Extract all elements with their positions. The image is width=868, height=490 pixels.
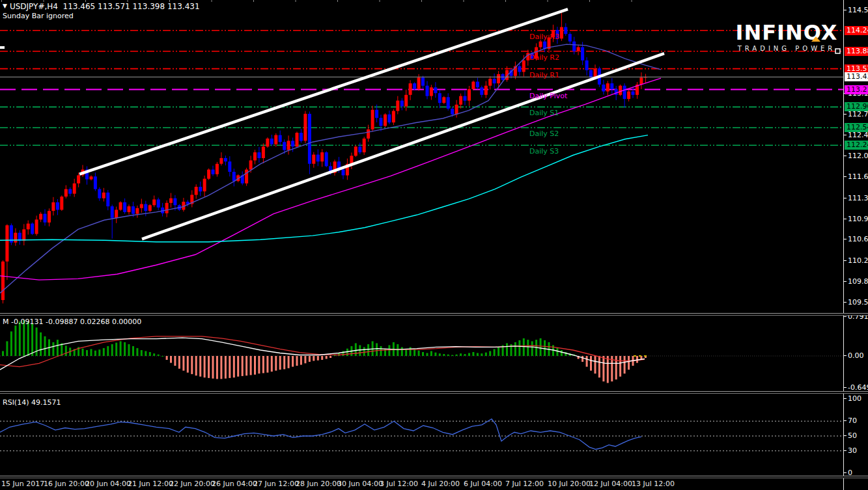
time-label: 12 Jul 04:00 [589,480,632,488]
price-tick: 114.590 [844,6,868,15]
infinox-logo: INFINOX TRADING POWER [735,22,839,52]
line-anchor-marker [0,46,5,49]
price-tick: 111.690 [844,172,868,182]
time-label: 30 Jun 04:00 [337,480,383,488]
sunday-bar-note: Sunday Bar ignored [3,12,74,20]
panel-separator-time[interactable] [0,476,868,478]
time-label: 28 Jun 20:00 [296,480,341,488]
price-badge: 112.243 [845,141,868,150]
time-label: 15 Jun 2017 [1,480,44,488]
time-label: 13 Jul 12:00 [632,480,675,488]
time-label: 20 Jun 04:00 [85,480,131,488]
panel-separator-rsi[interactable] [0,391,868,394]
rsi-axis-tick: 50 [844,431,857,441]
time-label: 10 Jul 20:00 [548,480,591,488]
ohlc-close: 113.431 [167,2,200,11]
price-badge: 113.431 [845,72,868,81]
time-axis[interactable]: 15 Jun 201716 Jun 20:0020 Jun 04:0021 Ju… [0,478,843,490]
pivot-label-daily-r3: Daily R3 [529,33,559,41]
time-label: 7 Jul 12:00 [505,480,544,488]
pivot-label-daily-r2: Daily R2 [529,53,559,62]
price-tick: 110.960 [844,215,868,224]
time-label: 27 Jun 12:00 [253,480,299,488]
rsi-axis-tick: 100 [844,394,861,403]
symbol-period-label: USDJPY#,H4 [10,2,58,11]
ohlc-low: 113.398 [132,2,165,11]
rsi-readout: RSI(14) 49.1571 [3,398,61,407]
price-tick: 109.510 [844,298,868,307]
price-tick: 110.600 [844,235,868,244]
price-badge: 112.909 [845,102,868,111]
price-tick: 110.230 [844,256,868,265]
rsi-line [0,419,641,450]
pivot-label-daily-s2: Daily S2 [529,129,559,138]
logo-wordmark: INFINOX [735,22,839,43]
rsi-panel-canvas[interactable] [0,394,843,476]
chart-dropdown-icon[interactable]: ▼ [3,3,7,9]
pivot-label-daily-s3: Daily S3 [529,147,559,156]
logo-tagline: TRADING POWER [735,45,839,52]
price-axis[interactable]: 114.590113.140112.780112.410112.050111.6… [843,0,868,490]
rsi-axis-tick: 30 [844,446,857,456]
time-label: 6 Jul 04:00 [464,480,502,488]
ma-slow-line [0,78,661,280]
logo-triangle-icon [811,36,820,42]
price-chart-canvas[interactable] [0,0,843,313]
macd-axis-tick: 0.00 [844,351,864,361]
pivot-label-daily-r1: Daily R1 [529,71,559,79]
price-tick: 112.410 [844,131,868,140]
macd-panel-canvas[interactable] [0,316,843,391]
rsi-axis-tick: 70 [844,416,857,426]
channel-trendline [142,53,664,239]
symbol-ohlc-readout: ▼USDJPY#,H4 113.465 113.571 113.398 113.… [3,2,200,11]
ohlc-high: 113.571 [98,2,130,11]
price-badge: 114.241 [845,26,868,35]
price-badge: 113.214 [845,85,868,94]
time-label: 3 Jul 12:00 [380,480,418,488]
price-tick: 109.870 [844,277,868,286]
price-badge: 113.880 [845,47,868,56]
ohlc-open: 113.465 [63,2,96,11]
time-label: 16 Jun 20:00 [44,480,89,488]
time-label: 4 Jul 20:00 [421,480,460,488]
time-label: 26 Jun 04:00 [212,480,257,488]
price-tick: 111.320 [844,194,868,203]
price-tick: 112.780 [844,110,868,119]
panel-separator-macd[interactable] [0,313,868,316]
pivot-label-daily-s1: Daily S1 [529,109,559,117]
mt4-chart-window: ▼USDJPY#,H4 113.465 113.571 113.398 113.… [0,0,868,490]
time-label: 22 Jun 20:00 [169,480,215,488]
time-label: 21 Jun 12:00 [128,480,173,488]
price-badge: 112.548 [845,123,868,132]
price-tick: 112.050 [844,152,868,161]
pivot-label-daily-pivot: Daily Pivot [529,92,567,100]
macd-readout: M -0.09131 -0.09887 0.02268 0.00000 [3,318,141,326]
